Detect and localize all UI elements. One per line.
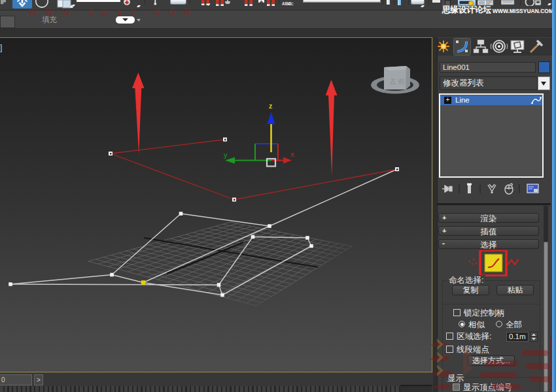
svg-text:]: ] — [0, 43, 2, 52]
svg-text:左 前: 左 前 — [390, 78, 405, 85]
svg-text:y: y — [224, 151, 228, 159]
svg-text:z: z — [269, 102, 272, 110]
svg-text:x: x — [290, 150, 294, 158]
